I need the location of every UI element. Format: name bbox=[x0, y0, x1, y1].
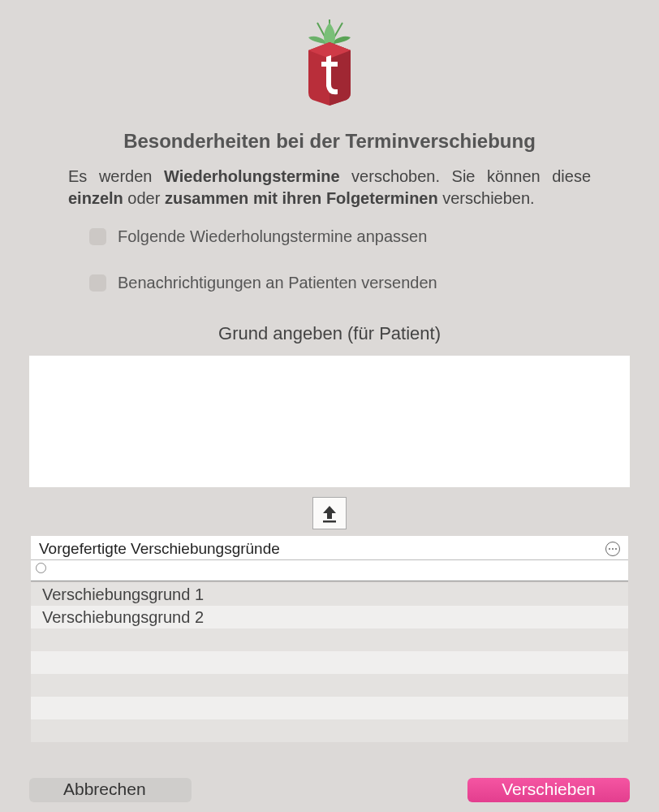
preset-row[interactable]: Verschiebungsgrund 1 bbox=[31, 583, 628, 606]
insert-button[interactable] bbox=[312, 497, 347, 529]
presets-header-label: Vorgefertigte Verschiebungsgründe bbox=[39, 540, 280, 558]
notify-patients-row[interactable]: Benachrichtigungen an Patienten versende… bbox=[0, 269, 659, 297]
dialog-description: Es werden Wiederholungstermine verschobe… bbox=[0, 166, 659, 209]
notify-patients-checkbox[interactable] bbox=[89, 274, 106, 292]
preset-label: Verschiebungsgrund 2 bbox=[42, 608, 204, 627]
presets-search[interactable] bbox=[31, 560, 628, 581]
button-bar: Abbrechen Verschieben bbox=[0, 770, 659, 812]
presets-list: Verschiebungsgrund 1 Verschiebungsgrund … bbox=[31, 583, 628, 742]
adjust-following-checkbox[interactable] bbox=[89, 228, 106, 245]
confirm-button[interactable]: Verschieben bbox=[467, 778, 630, 802]
tomato-logo-icon bbox=[297, 18, 362, 107]
search-indicator-icon bbox=[36, 563, 46, 573]
preset-row[interactable] bbox=[31, 719, 628, 742]
preset-row[interactable] bbox=[31, 651, 628, 674]
reason-textarea[interactable] bbox=[29, 356, 630, 487]
notify-patients-label: Benachrichtigungen an Patienten versende… bbox=[118, 274, 437, 292]
preset-row[interactable] bbox=[31, 674, 628, 697]
presets-header: Vorgefertigte Verschiebungsgründe bbox=[31, 536, 628, 560]
reason-label: Grund angeben (für Patient) bbox=[0, 323, 659, 344]
logo-area bbox=[0, 10, 659, 115]
preset-row[interactable] bbox=[31, 628, 628, 651]
preset-label: Verschiebungsgrund 1 bbox=[42, 585, 204, 604]
more-options-icon[interactable] bbox=[605, 542, 620, 556]
adjust-following-label: Folgende Wiederholungstermine anpassen bbox=[118, 227, 427, 246]
reschedule-dialog: Besonderheiten bei der Terminverschiebun… bbox=[0, 0, 659, 812]
preset-row[interactable] bbox=[31, 697, 628, 719]
cancel-button[interactable]: Abbrechen bbox=[29, 778, 192, 802]
preset-row[interactable]: Verschiebungsgrund 2 bbox=[31, 606, 628, 628]
svg-rect-0 bbox=[323, 520, 336, 523]
adjust-following-row[interactable]: Folgende Wiederholungstermine anpassen bbox=[0, 222, 659, 251]
dialog-title: Besonderheiten bei der Terminverschiebun… bbox=[0, 130, 659, 153]
insert-row bbox=[0, 487, 659, 533]
upload-arrow-icon bbox=[321, 503, 338, 523]
